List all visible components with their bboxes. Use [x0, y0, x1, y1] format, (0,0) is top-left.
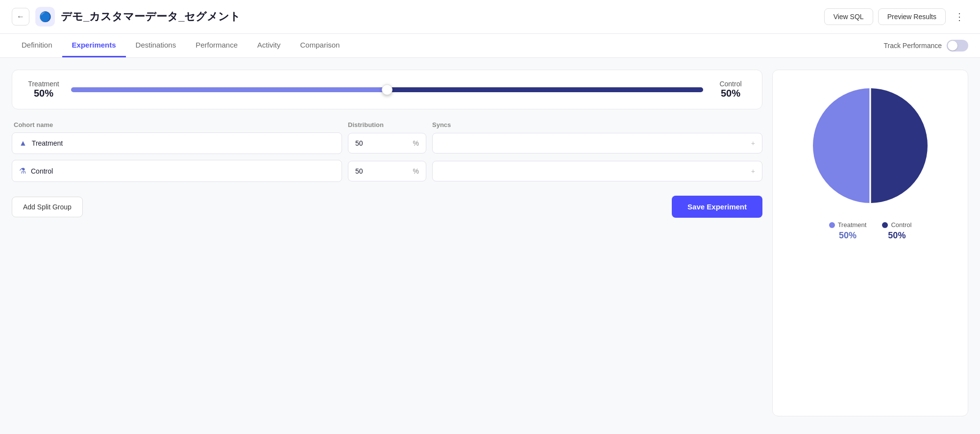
slider-thumb[interactable]: [382, 84, 392, 95]
treatment-syncs-add-icon: +: [751, 139, 755, 147]
control-legend: Control 50%: [882, 221, 911, 241]
treatment-syncs-input[interactable]: +: [432, 133, 762, 153]
treatment-pct-symbol: %: [413, 139, 419, 147]
chart-legend: Treatment 50% Control 50%: [829, 221, 912, 241]
treatment-cohort-name: Treatment: [32, 139, 63, 147]
header-actions: View SQL Preview Results ⋮: [824, 8, 968, 26]
treatment-label-text: Treatment: [24, 80, 63, 88]
cohort-header: Cohort name: [14, 121, 342, 128]
control-pct-symbol: %: [413, 167, 419, 175]
control-legend-label: Control: [891, 221, 911, 229]
pie-chart: [807, 82, 934, 209]
control-distribution-input[interactable]: 50 %: [348, 161, 426, 181]
back-icon: ←: [17, 12, 24, 21]
control-legend-pct: 50%: [888, 230, 906, 241]
control-syncs-add-icon: +: [751, 167, 755, 175]
treatment-pct: 50%: [24, 88, 63, 99]
view-sql-button[interactable]: View SQL: [824, 8, 873, 25]
tab-experiments[interactable]: Experiments: [62, 34, 126, 57]
preview-results-button[interactable]: Preview Results: [878, 8, 946, 25]
treatment-icon: ▲: [19, 139, 27, 148]
control-slice: [870, 88, 928, 203]
tab-performance[interactable]: Performance: [186, 34, 247, 57]
treatment-distribution-value: 50: [355, 139, 363, 147]
table-section: Cohort name Distribution Syncs ▲ Treatme…: [12, 121, 762, 182]
control-cohort-input[interactable]: ⚗ Control: [12, 160, 342, 182]
syncs-header: Syncs: [432, 121, 760, 128]
logo-icon: 🔵: [35, 7, 55, 26]
control-distribution-value: 50: [355, 167, 363, 175]
control-legend-dot: [882, 222, 888, 228]
treatment-distribution-input[interactable]: 50 %: [348, 133, 426, 153]
treatment-slice: [813, 88, 870, 203]
treatment-legend-pct: 50%: [839, 230, 857, 241]
control-slider-label: Control 50%: [711, 80, 750, 99]
table-headers: Cohort name Distribution Syncs: [12, 121, 762, 128]
slider-wrapper[interactable]: [71, 81, 703, 99]
header: ← 🔵 デモ_カスタマーデータ_セグメント View SQL Preview R…: [0, 0, 980, 34]
add-split-group-button[interactable]: Add Split Group: [12, 197, 83, 217]
tab-definition[interactable]: Definition: [12, 34, 62, 57]
control-legend-dot-row: Control: [882, 221, 911, 229]
tab-destinations[interactable]: Destinations: [126, 34, 186, 57]
save-experiment-button[interactable]: Save Experiment: [672, 196, 762, 218]
slider-section: Treatment 50% Control 50%: [12, 70, 762, 109]
back-button[interactable]: ←: [12, 8, 29, 26]
treatment-legend-dot: [829, 222, 835, 228]
logo-symbol: 🔵: [39, 11, 51, 23]
table-row: ⚗ Control 50 % +: [12, 160, 762, 182]
right-panel: Treatment 50% Control 50%: [772, 70, 968, 416]
pie-svg: [807, 82, 934, 209]
control-pct: 50%: [711, 88, 750, 99]
tab-activity[interactable]: Activity: [247, 34, 291, 57]
track-performance-toggle[interactable]: [947, 40, 968, 51]
tab-comparison[interactable]: Comparison: [291, 34, 350, 57]
main-content: Treatment 50% Control 50% Cohort name Di…: [0, 58, 980, 428]
treatment-legend-label: Treatment: [838, 221, 867, 229]
treatment-slider-label: Treatment 50%: [24, 80, 63, 99]
track-performance-section: Track Performance: [883, 40, 968, 51]
treatment-legend-dot-row: Treatment: [829, 221, 867, 229]
treatment-legend: Treatment 50%: [829, 221, 867, 241]
left-panel: Treatment 50% Control 50% Cohort name Di…: [12, 70, 762, 416]
control-icon: ⚗: [19, 166, 26, 176]
control-syncs-input[interactable]: +: [432, 161, 762, 181]
page-title: デモ_カスタマーデータ_セグメント: [61, 9, 818, 24]
table-row: ▲ Treatment 50 % +: [12, 132, 762, 154]
more-options-button[interactable]: ⋮: [951, 8, 968, 26]
track-performance-label: Track Performance: [883, 42, 942, 50]
nav-tabs: Definition Experiments Destinations Perf…: [0, 34, 980, 58]
distribution-header: Distribution: [348, 121, 426, 128]
treatment-cohort-input[interactable]: ▲ Treatment: [12, 132, 342, 154]
control-cohort-name: Control: [31, 167, 53, 175]
action-row: Add Split Group Save Experiment: [12, 196, 762, 218]
control-label-text: Control: [711, 80, 750, 88]
